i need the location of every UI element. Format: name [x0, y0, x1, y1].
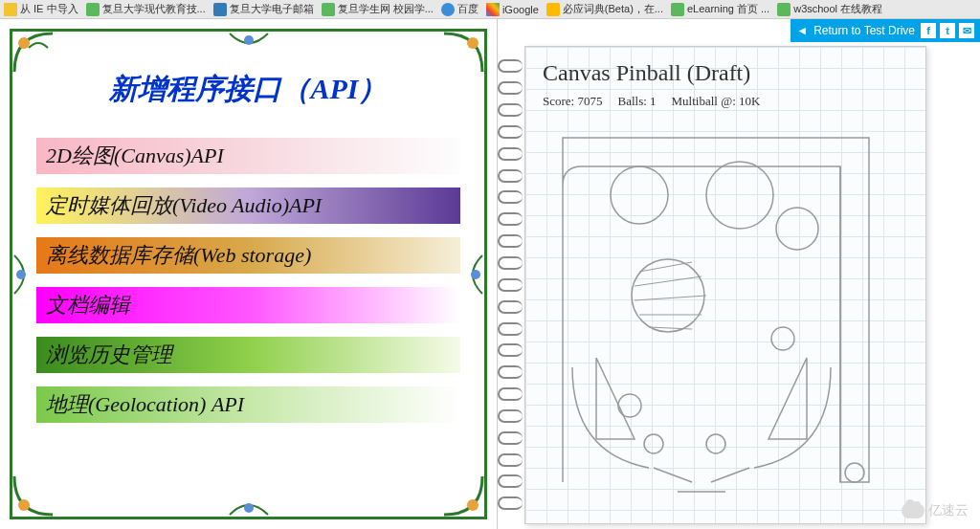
bookmark-label: 复旦学生网 校园学... [338, 2, 434, 16]
bookmark-label: w3school 在线教程 [793, 2, 882, 16]
bookmark-label: 复旦大学现代教育技... [102, 2, 206, 16]
bookmark-label: 从 IE 中导入 [20, 2, 78, 16]
svg-marker-24 [768, 358, 807, 439]
facebook-icon[interactable]: f [921, 23, 936, 38]
svg-point-4 [244, 35, 254, 45]
svg-point-7 [471, 270, 480, 279]
svg-point-21 [644, 434, 663, 453]
api-item: 地理(Geolocation) API [36, 386, 460, 423]
api-item: 浏览历史管理 [36, 337, 460, 373]
svg-point-13 [632, 259, 704, 332]
svg-line-26 [711, 468, 749, 482]
bookmark-label: iGoogle [502, 4, 539, 15]
social-icons: f t ✉ [921, 23, 974, 38]
twitter-icon[interactable]: t [940, 23, 955, 38]
svg-point-2 [18, 499, 30, 511]
svg-point-9 [845, 463, 864, 482]
bookmark-item[interactable]: 复旦大学电子邮箱 [213, 2, 314, 16]
content-area: 新增程序接口（API） 2D绘图(Canvas)API 定时媒体回放(Video… [0, 19, 980, 529]
right-panel: ◄ Return to Test Drive f t ✉ Canvas Pinb… [498, 19, 980, 529]
api-list: 2D绘图(Canvas)API 定时媒体回放(Video Audio)API 离… [36, 138, 460, 423]
bookmark-item[interactable]: 必应词典(Beta)，在... [546, 2, 663, 16]
ornament-icon [10, 246, 38, 303]
google-icon [486, 3, 500, 16]
left-panel: 新增程序接口（API） 2D绘图(Canvas)API 定时媒体回放(Video… [0, 19, 498, 529]
bookmark-label: 必应词典(Beta)，在... [563, 2, 663, 16]
svg-line-15 [635, 276, 702, 286]
ornament-icon [220, 29, 278, 57]
bookmark-label: 百度 [457, 2, 479, 16]
api-item: 文档编辑 [36, 287, 460, 323]
slide-title: 新增程序接口（API） [36, 70, 460, 109]
svg-point-1 [467, 37, 479, 49]
bookmark-label: eLearning 首页 ... [687, 2, 769, 16]
ornament-icon [10, 472, 57, 519]
bookmark-item[interactable]: 从 IE 中导入 [4, 2, 78, 16]
bookmark-item[interactable]: eLearning 首页 ... [671, 2, 769, 16]
pinball-paper[interactable]: Canvas Pinball (Draft) Score: 7075 Balls… [524, 46, 926, 524]
return-bar: ◄ Return to Test Drive f t ✉ [791, 19, 980, 42]
mail-icon[interactable]: ✉ [959, 23, 974, 38]
ornament-icon [220, 491, 278, 519]
bookmark-item[interactable]: 复旦大学现代教育技... [86, 2, 206, 16]
game-stats: Score: 7075 Balls: 1 Multiball @: 10K [543, 94, 908, 109]
multiball-stat: Multiball @: 10K [672, 94, 761, 109]
bookmark-item[interactable]: 百度 [441, 2, 479, 16]
watermark-text: 亿速云 [928, 502, 969, 519]
api-item: 离线数据库存储(Web storage) [36, 237, 460, 274]
game-title: Canvas Pinball (Draft) [543, 60, 908, 86]
bookmarks-bar: 从 IE 中导入 复旦大学现代教育技... 复旦大学电子邮箱 复旦学生网 校园学… [0, 0, 980, 19]
cloud-icon [902, 503, 924, 518]
return-link[interactable]: Return to Test Drive [813, 24, 915, 37]
svg-point-12 [776, 208, 818, 250]
svg-marker-23 [596, 358, 635, 439]
bookmark-item[interactable]: 复旦学生网 校园学... [322, 2, 434, 16]
slide-frame: 新增程序接口（API） 2D绘图(Canvas)API 定时媒体回放(Video… [10, 29, 487, 519]
site-icon [86, 3, 100, 16]
svg-point-19 [771, 327, 794, 350]
site-icon [213, 3, 227, 16]
api-item: 定时媒体回放(Video Audio)API [36, 187, 460, 224]
site-icon [322, 3, 335, 16]
bookmark-item[interactable]: w3school 在线教程 [777, 2, 882, 16]
arrow-left-icon[interactable]: ◄ [796, 24, 808, 37]
api-item: 2D绘图(Canvas)API [36, 138, 460, 174]
balls-stat: Balls: 1 [617, 94, 656, 109]
svg-point-6 [16, 270, 26, 279]
svg-point-20 [618, 394, 641, 417]
svg-point-11 [706, 162, 773, 229]
bookmark-item[interactable]: iGoogle [486, 3, 539, 16]
svg-point-0 [18, 37, 30, 49]
ornament-icon [439, 29, 487, 77]
site-icon [777, 3, 791, 16]
svg-line-14 [639, 262, 692, 272]
site-icon [671, 3, 684, 16]
bookmark-label: 复旦大学电子邮箱 [230, 2, 314, 16]
ie-icon [441, 3, 455, 16]
svg-line-16 [635, 296, 706, 300]
spiral-binding [498, 55, 526, 515]
watermark: 亿速云 [902, 502, 969, 519]
ornament-icon [439, 472, 487, 519]
folder-icon [4, 3, 17, 16]
score-stat: Score: 7075 [543, 94, 602, 109]
pinball-notebook: Canvas Pinball (Draft) Score: 7075 Balls… [507, 46, 928, 524]
pinball-board[interactable] [543, 119, 908, 501]
svg-point-5 [244, 503, 254, 513]
svg-point-3 [467, 499, 479, 511]
svg-point-22 [706, 434, 725, 453]
svg-line-25 [654, 468, 692, 482]
svg-point-10 [611, 166, 668, 224]
bing-icon [546, 3, 560, 16]
ornament-icon [10, 29, 57, 77]
ornament-icon [458, 246, 487, 303]
